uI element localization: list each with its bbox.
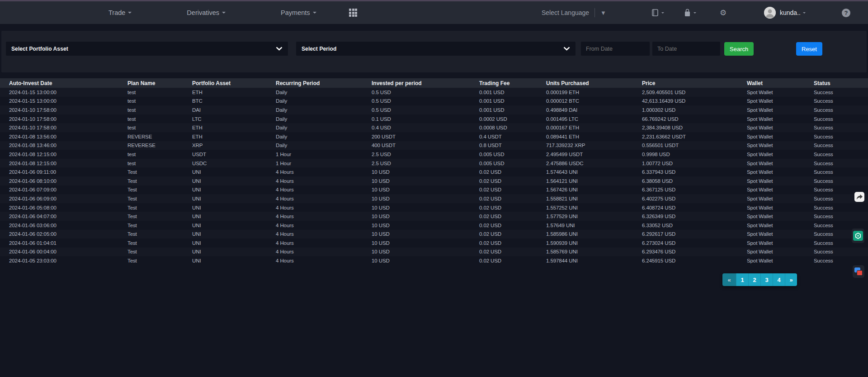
table-cell: ETH bbox=[192, 134, 276, 139]
table-cell: Spot Wallet bbox=[747, 143, 814, 148]
pagination-next-button[interactable]: » bbox=[785, 273, 797, 286]
table-cell: Success bbox=[814, 125, 868, 130]
search-button[interactable]: Search bbox=[724, 42, 754, 56]
table-cell: 2024-01-10 17:58:00 bbox=[9, 125, 127, 130]
table-cell: Spot Wallet bbox=[747, 187, 814, 192]
table-cell: 0.4 USD bbox=[372, 125, 479, 130]
table-cell: 1.558821 UNI bbox=[546, 196, 642, 201]
from-date-input[interactable] bbox=[586, 46, 645, 52]
table-row: 2024-01-08 12:15:00testUSDC1 Hour2.5 USD… bbox=[0, 159, 868, 168]
table-cell: 2024-01-15 13:00:00 bbox=[9, 98, 127, 104]
apps-grid-icon[interactable] bbox=[349, 9, 357, 17]
settings-gear-icon[interactable]: ⚙ bbox=[720, 8, 726, 18]
pagination-page-2[interactable]: 2 bbox=[748, 273, 760, 286]
chat-bubble-icon bbox=[857, 270, 863, 276]
portfolio-asset-select[interactable]: Select Portfolio Asset bbox=[6, 42, 288, 56]
table-cell: 2024-01-06 01:04:01 bbox=[9, 240, 127, 246]
pagination-prev-button[interactable]: « bbox=[722, 273, 736, 286]
chat-extension-button[interactable] bbox=[853, 265, 864, 278]
table-cell: 2024-01-06 00:04:00 bbox=[9, 249, 127, 254]
pagination-page-3[interactable]: 3 bbox=[760, 273, 773, 286]
table-row: 2024-01-06 08:10:00TestUNI4 Hours10 USD0… bbox=[0, 177, 868, 186]
wallet-menu[interactable] bbox=[684, 1, 696, 24]
table-cell: 42,613.16439 USD bbox=[642, 98, 747, 104]
table-cell: 0.5 USD bbox=[372, 98, 479, 104]
orders-menu[interactable] bbox=[651, 1, 664, 24]
chevron-down-icon bbox=[661, 12, 664, 14]
chevron-down-icon bbox=[803, 12, 806, 14]
column-header: Plan Name bbox=[127, 80, 192, 86]
table-cell: 6.408724 USD bbox=[642, 205, 747, 210]
pagination-page-4[interactable]: 4 bbox=[773, 273, 785, 286]
table-row: 2024-01-06 05:08:00TestUNI4 Hours10 USD0… bbox=[0, 203, 868, 212]
filter-panel: Select Portfolio Asset Select Period Sea… bbox=[1, 31, 867, 72]
table-cell: 1.577529 UNI bbox=[546, 214, 642, 219]
table-row: 2024-01-15 13:00:00testETHDaily0.5 USD0.… bbox=[0, 88, 868, 97]
table-cell: Spot Wallet bbox=[747, 152, 814, 157]
nav-item-payments[interactable]: Payments bbox=[281, 9, 316, 16]
table-cell: Spot Wallet bbox=[747, 107, 814, 113]
table-cell: ETH bbox=[192, 90, 276, 95]
table-cell: 66.769242 USD bbox=[642, 116, 747, 122]
settings-cluster: ⚙ bbox=[720, 1, 726, 24]
table-cell: 0.0008 USD bbox=[479, 125, 546, 130]
reset-button[interactable]: Reset bbox=[796, 42, 822, 56]
table-row: 2024-01-06 01:04:01TestUNI4 Hours10 USD0… bbox=[0, 239, 868, 248]
table-cell: 2.5 USD bbox=[372, 152, 479, 157]
table-cell: 4 Hours bbox=[276, 196, 372, 201]
table-cell: 4 Hours bbox=[276, 187, 372, 192]
table-cell: 1.597844 UNI bbox=[546, 258, 642, 263]
table-cell: UNI bbox=[192, 178, 276, 184]
table-cell: 0.02 USD bbox=[479, 205, 546, 210]
book-icon bbox=[651, 9, 659, 17]
table-cell: USDC bbox=[192, 161, 276, 166]
nav-item-derivatives[interactable]: Derivatives bbox=[187, 9, 226, 16]
table-cell: 6.293476 USD bbox=[642, 249, 747, 254]
table-cell: Success bbox=[814, 205, 868, 210]
table-cell: UNI bbox=[192, 196, 276, 201]
table-cell: Success bbox=[814, 161, 868, 166]
table-header-row: Auto-Invest DatePlan NamePortfolio Asset… bbox=[0, 78, 868, 88]
table-cell: Spot Wallet bbox=[747, 169, 814, 175]
help-icon[interactable]: ? bbox=[842, 9, 850, 17]
table-row: 2024-01-05 23:03:00TestUNI4 Hours10 USD0… bbox=[0, 256, 868, 265]
chatgpt-extension-button[interactable] bbox=[852, 229, 864, 243]
table-cell: ETH bbox=[192, 125, 276, 130]
table-cell: 0.02 USD bbox=[479, 187, 546, 192]
table-cell: Test bbox=[127, 240, 192, 246]
select-language-label[interactable]: Select Language bbox=[542, 9, 589, 16]
user-menu[interactable]: kunda.. bbox=[764, 1, 806, 24]
table-cell: test bbox=[127, 90, 192, 95]
username-label: kunda.. bbox=[780, 9, 801, 16]
column-header: Recurring Period bbox=[276, 80, 372, 86]
table-cell: UNI bbox=[192, 231, 276, 237]
period-select-value: Select Period bbox=[302, 46, 336, 52]
to-date-input[interactable] bbox=[657, 46, 715, 52]
table-row: 2024-01-08 13:46:00REVERESEXRPDaily400 U… bbox=[0, 141, 868, 150]
table-cell: 0.498849 DAI bbox=[546, 107, 642, 113]
share-extension-button[interactable] bbox=[854, 192, 864, 202]
chevron-down-icon bbox=[693, 12, 696, 14]
table-cell: 10 USD bbox=[372, 223, 479, 228]
table-cell: Spot Wallet bbox=[747, 223, 814, 228]
column-header: Units Purchased bbox=[546, 80, 642, 86]
table-cell: 2024-01-05 23:03:00 bbox=[9, 258, 127, 263]
table-row: 2024-01-06 04:07:00TestUNI4 Hours10 USD0… bbox=[0, 212, 868, 221]
table-cell: Success bbox=[814, 134, 868, 139]
table-cell: 0.8 USDT bbox=[479, 143, 546, 148]
nav-item-trade[interactable]: Trade bbox=[108, 9, 132, 16]
table-cell: Test bbox=[127, 214, 192, 219]
table-cell: Test bbox=[127, 231, 192, 237]
table-cell: 1.567426 UNI bbox=[546, 187, 642, 192]
top-navbar: TradeDerivativesPayments Select Language… bbox=[0, 1, 868, 24]
pagination-page-1[interactable]: 1 bbox=[736, 273, 748, 286]
table-cell: 2024-01-08 13:46:00 bbox=[9, 143, 127, 148]
table-cell: 10 USD bbox=[372, 249, 479, 254]
table-cell: Spot Wallet bbox=[747, 178, 814, 184]
language-dropdown-icon[interactable]: ▼ bbox=[600, 10, 606, 16]
table-cell: Success bbox=[814, 169, 868, 175]
period-select[interactable]: Select Period bbox=[296, 42, 576, 56]
table-cell: 2024-01-06 07:09:00 bbox=[9, 187, 127, 192]
table-cell: Test bbox=[127, 187, 192, 192]
table-cell: 2024-01-06 09:11:00 bbox=[9, 169, 127, 175]
